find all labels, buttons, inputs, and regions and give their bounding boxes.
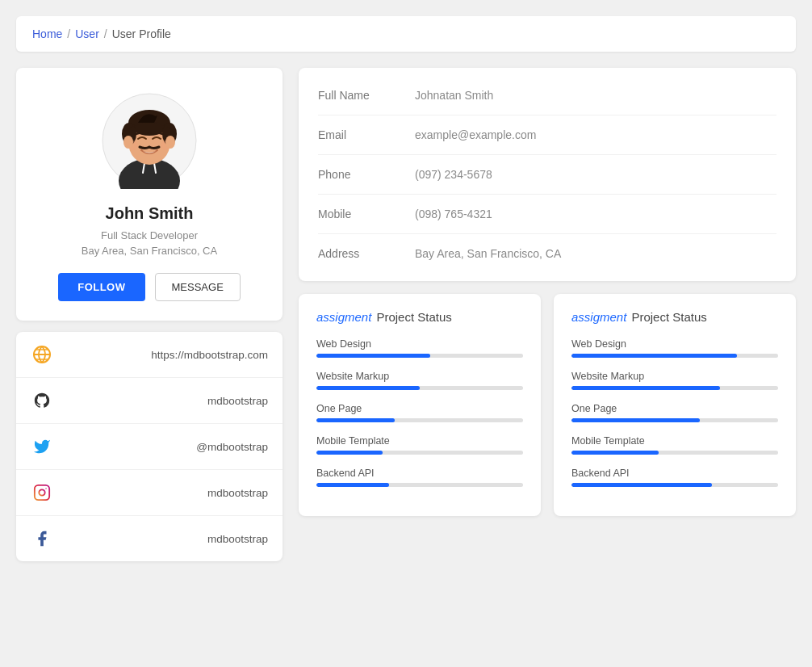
progress-label-mobile-template-2: Mobile Template [571,435,778,447]
progress-bg-website-markup-1 [316,386,523,390]
progress-fill-one-page-2 [571,418,700,422]
profile-location: Bay Area, San Francisco, CA [32,245,266,257]
progress-fill-mobile-template-2 [571,451,659,455]
social-item-github[interactable]: mdbootstrap [16,378,283,424]
progress-one-page-2: One Page [571,403,778,422]
progress-bg-backend-api-1 [316,483,523,487]
instagram-icon [31,481,53,504]
avatar-container [32,92,266,191]
project-card-2-title: assigment Project Status [571,310,778,324]
progress-website-markup-2: Website Markup [571,371,778,390]
progress-backend-api-2: Backend API [571,468,778,487]
assignment-label-2: assigment [571,310,626,324]
info-row-name: Full Name Johnatan Smith [318,76,776,115]
progress-label-website-markup-2: Website Markup [571,371,778,382]
follow-button[interactable]: FOLLOW [58,273,144,301]
profile-actions: FOLLOW MESSAGE [32,273,266,301]
progress-label-web-design-1: Web Design [316,338,523,350]
github-icon [31,389,53,412]
message-button[interactable]: MESSAGE [155,273,241,301]
profile-card: John Smith Full Stack Developer Bay Area… [16,68,283,321]
left-column: John Smith Full Stack Developer Bay Area… [16,68,283,561]
svg-point-16 [45,488,46,489]
value-email: example@example.com [415,128,536,141]
breadcrumb: Home / User / User Profile [32,27,780,40]
breadcrumb-bar: Home / User / User Profile [16,16,796,52]
progress-fill-backend-api-2 [571,483,712,487]
svg-point-15 [39,489,44,495]
progress-fill-web-design-1 [316,354,430,358]
project-card-2: assigment Project Status Web Design Webs… [554,294,796,516]
value-full-name: Johnatan Smith [415,89,493,102]
social-item-website[interactable]: https://mdbootstrap.com [16,332,283,378]
twitter-icon [31,435,53,458]
progress-backend-api-1: Backend API [316,468,523,487]
project-cards-row: assigment Project Status Web Design Webs… [299,294,796,516]
svg-point-11 [123,136,133,149]
facebook-value: mdbootstrap [207,533,268,545]
right-column: Full Name Johnatan Smith Email example@e… [299,68,796,516]
progress-fill-mobile-template-1 [316,451,383,455]
label-email: Email [318,128,415,141]
facebook-icon [31,527,53,550]
progress-label-mobile-template-1: Mobile Template [316,435,523,447]
social-item-twitter[interactable]: @mdbootstrap [16,424,283,470]
progress-fill-backend-api-1 [316,483,389,487]
progress-bg-website-markup-2 [571,386,778,390]
label-mobile: Mobile [318,208,415,220]
breadcrumb-user[interactable]: User [75,27,99,40]
social-item-facebook[interactable]: mdbootstrap [16,516,283,561]
assignment-label-1: assigment [316,310,371,324]
progress-bg-one-page-1 [316,418,523,422]
project-card-1-title: assigment Project Status [316,310,523,324]
avatar [101,92,198,189]
progress-web-design-1: Web Design [316,338,523,358]
project-card-1: assigment Project Status Web Design Webs… [299,294,541,516]
progress-bg-mobile-template-1 [316,451,523,455]
progress-label-backend-api-2: Backend API [571,468,778,479]
info-row-mobile: Mobile (098) 765-4321 [318,195,776,234]
progress-label-web-design-2: Web Design [571,338,778,350]
progress-fill-website-markup-1 [316,386,420,390]
progress-label-backend-api-1: Backend API [316,468,523,479]
info-row-address: Address Bay Area, San Francisco, CA [318,234,776,273]
value-address: Bay Area, San Francisco, CA [415,247,561,260]
status-label-2: Project Status [631,310,706,324]
progress-mobile-template-1: Mobile Template [316,435,523,455]
value-phone: (097) 234-5678 [415,168,492,181]
main-layout: John Smith Full Stack Developer Bay Area… [16,68,796,561]
progress-bg-mobile-template-2 [571,451,778,455]
profile-title: Full Stack Developer [32,229,266,241]
progress-fill-website-markup-2 [571,386,720,390]
value-mobile: (098) 765-4321 [415,208,492,220]
website-value: https://mdbootstrap.com [151,349,268,361]
progress-fill-one-page-1 [316,418,395,422]
social-item-instagram[interactable]: mdbootstrap [16,470,283,516]
svg-point-12 [165,136,175,149]
info-row-email: Email example@example.com [318,115,776,155]
progress-fill-web-design-2 [571,354,737,358]
progress-web-design-2: Web Design [571,338,778,358]
instagram-value: mdbootstrap [207,487,268,499]
breadcrumb-home[interactable]: Home [32,27,62,40]
info-row-phone: Phone (097) 234-5678 [318,155,776,195]
progress-one-page-1: One Page [316,403,523,422]
label-address: Address [318,247,415,260]
breadcrumb-current: User Profile [112,27,171,40]
label-full-name: Full Name [318,89,415,102]
label-phone: Phone [318,168,415,181]
svg-rect-14 [35,485,49,500]
twitter-value: @mdbootstrap [196,441,268,453]
info-card: Full Name Johnatan Smith Email example@e… [299,68,796,281]
breadcrumb-sep-1: / [67,27,70,40]
social-card: https://mdbootstrap.com mdbootstrap [16,332,283,561]
progress-bg-backend-api-2 [571,483,778,487]
github-value: mdbootstrap [207,395,268,407]
globe-icon [31,343,53,366]
profile-name: John Smith [32,204,266,223]
status-label-1: Project Status [376,310,451,324]
progress-bg-web-design-1 [316,354,523,358]
progress-label-website-markup-1: Website Markup [316,371,523,382]
progress-mobile-template-2: Mobile Template [571,435,778,455]
breadcrumb-sep-2: / [104,27,107,40]
